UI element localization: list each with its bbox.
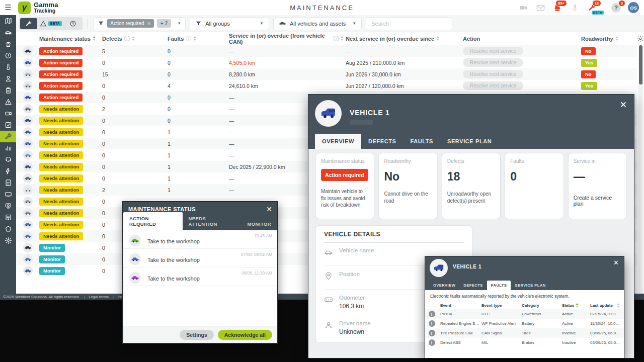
sidebar-item-tasks[interactable] [0,119,16,131]
col-next-service[interactable]: Next service in (or) overdue since [346,32,463,45]
sidebar-item-vehicles[interactable] [0,27,16,38]
sort-icon[interactable] [132,36,135,41]
sort-icon[interactable] [341,36,344,41]
maintenance-alerts-icon[interactable]: 18 BETA [587,3,597,12]
sort-icon[interactable] [436,36,439,41]
video-icon[interactable] [518,3,528,12]
sidebar-item-ev-charging[interactable] [0,165,16,177]
scrollbar-thumb[interactable] [639,45,642,84]
vehicle-avatar[interactable] [23,93,33,102]
user-avatar[interactable]: OS [628,2,639,13]
chevron-down-icon[interactable]: ▼ [177,21,181,26]
fault-row[interactable]: !Repeated Engine St...WF Predictive Aler… [425,319,624,328]
vehicle-avatar[interactable] [23,220,33,229]
notification-item[interactable]: 07/08, 08:02 AMTake to the workshop [123,249,277,267]
close-icon[interactable]: ✕ [613,259,619,266]
vehicle-avatar[interactable] [23,69,33,79]
groups-dropdown[interactable]: All groups ▼ [190,17,269,30]
col-faults[interactable]: Faultsi [168,32,229,45]
sidebar-item-assistance[interactable] [0,154,16,165]
table-row[interactable]: Action required0424,610.0 kmJun 2027 / 1… [16,80,637,92]
sort-icon[interactable] [193,36,196,41]
popup-tab-monitor[interactable]: MONITOR [242,218,277,230]
vehicle-tab-overview[interactable]: OVERVIEW [315,134,361,149]
faults-popup-tab-faults[interactable]: FAULTS [487,281,511,290]
close-icon[interactable]: ✕ [620,100,627,110]
vehicle-avatar[interactable] [23,150,33,160]
mail-icon[interactable] [535,3,545,12]
column-settings-gear-icon[interactable] [637,32,644,45]
vehicles-dropdown[interactable]: All vehicles and assets ▼ [273,17,362,30]
vehicle-tab-service-plan[interactable]: SERVICE PLAN [440,134,499,149]
vehicle-avatar[interactable] [23,173,33,183]
settings-button[interactable]: Settings [180,330,213,340]
history-view-button[interactable] [64,18,82,29]
vehicle-avatar[interactable] [23,58,33,67]
info-icon[interactable]: i [124,36,130,41]
notification-item[interactable]: 10:45 AMTake to the workshop [123,230,277,249]
notifications-icon[interactable]: 99+ [552,3,562,12]
vehicle-avatar[interactable] [23,81,33,90]
sidebar-item-camera[interactable] [0,108,16,119]
col-service[interactable]: Service in (or) overdue (from vehicle CA… [229,32,346,45]
vehicle-avatar[interactable] [23,46,33,56]
fcol-event-type[interactable]: Event type [481,303,522,308]
create-service-plan-link[interactable]: Create a service plan [574,195,621,207]
table-scrollbar[interactable] [638,45,643,294]
sort-icon[interactable] [617,303,620,308]
faults-popup-tab-service-plan[interactable]: SERVICE PLAN [511,281,549,290]
fcol-last-update[interactable]: Last update [590,303,624,308]
acknowledge-all-button[interactable]: Acknowledge all [218,330,272,340]
sidebar-item-work-orders[interactable] [0,84,16,96]
col-defects[interactable]: Defectsi [102,32,168,45]
sidebar-item-alerts[interactable] [0,96,16,108]
sort-icon[interactable] [615,36,618,41]
sidebar-item-tire-pressure[interactable] [0,50,16,61]
vehicle-avatar[interactable] [23,266,33,276]
close-icon[interactable]: ✕ [266,206,272,213]
fcol-status[interactable]: Status [562,303,590,308]
sidebar-item-driver[interactable] [0,73,16,84]
sidebar-item-connectivity[interactable] [0,38,16,50]
sidebar-item-reports[interactable] [0,142,16,154]
resolve-next-service-button[interactable]: Resolve next service [463,70,523,78]
alerts-view-button[interactable]: BETA [37,18,64,29]
sidebar-item-temperature[interactable] [0,61,16,73]
sort-icon[interactable] [576,303,579,308]
faults-popup-tab-defects[interactable]: DEFECTS [459,281,487,290]
table-row[interactable]: Action required004,505.0 kmAug 2025 / 21… [16,57,637,68]
vehicle-avatar[interactable] [23,162,33,171]
vehicle-avatar[interactable] [23,127,33,137]
table-row[interactable]: Action required1508,280.0 kmJun 2026 / 3… [16,68,637,80]
vehicle-avatar[interactable] [23,254,33,264]
fault-row[interactable]: !P0104DTCPowertrainActive07/15/24, 11:36… [425,309,624,319]
resolve-next-service-button[interactable]: Resolve next service [463,47,523,55]
sidebar-item-map[interactable] [0,15,16,27]
vehicle-avatar[interactable] [23,208,33,218]
vehicle-tab-defects[interactable]: DEFECTS [361,134,404,149]
info-icon[interactable]: i [186,36,191,41]
maintenance-view-button[interactable] [20,18,37,29]
resolve-next-service-button[interactable]: Resolve next service [463,81,523,90]
popup-tab-needs-attention[interactable]: NEEDS ATTENTION [183,212,242,230]
fcol-category[interactable]: Category [522,303,562,308]
sidebar-item-areas[interactable] [0,223,16,235]
filter-chip-action-required[interactable]: Action required✕ [107,19,154,28]
sort-icon[interactable] [93,36,96,41]
vehicle-avatar[interactable] [23,243,33,252]
vehicle-avatar[interactable] [23,197,33,206]
sidebar-item-maintenance[interactable] [0,131,16,142]
fault-row[interactable]: !Tire Pressure LowCAN SignalTiresInactiv… [425,328,624,338]
sidebar-item-terminal[interactable] [0,189,16,200]
fault-row[interactable]: !Defect ABSMILBrakesInactive03/09/25, 05… [425,338,624,347]
popup-tab-action-required[interactable]: ACTION REQUIRED [123,212,183,230]
legal-terms-link[interactable]: Legal terms [89,295,109,299]
help-icon[interactable]: ? 3 [611,3,621,13]
col-maintenance-status[interactable]: Maintenance status [39,32,102,45]
vehicle-avatar[interactable] [23,185,33,195]
vehicle-tab-faults[interactable]: FAULTS [403,134,440,149]
sidebar-item-settings[interactable] [0,235,16,246]
vehicle-avatar[interactable] [23,139,33,148]
info-icon[interactable]: i [334,36,339,41]
table-row[interactable]: Action required50——Resolve next serviceN… [16,45,637,57]
